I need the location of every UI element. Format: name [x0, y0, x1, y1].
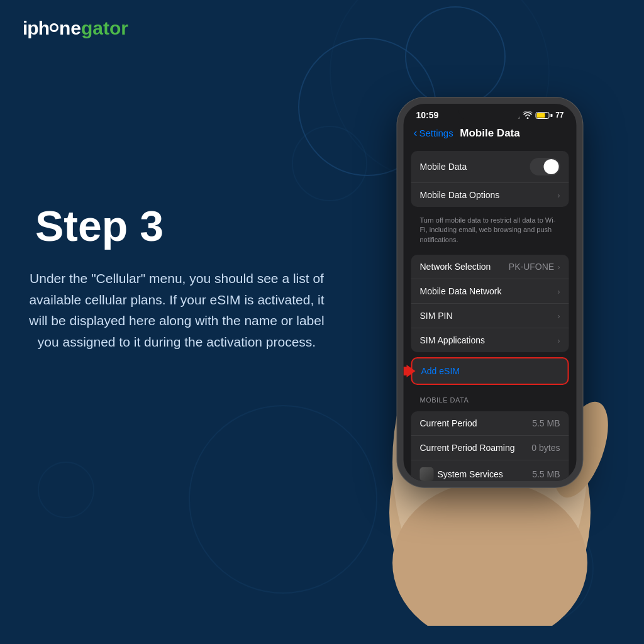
arrow-indicator	[404, 367, 408, 375]
mobile-data-info: Turn off mobile data to restrict all dat…	[411, 212, 569, 250]
mobile-data-section-header: MOBILE DATA	[411, 390, 569, 406]
data-options-label: Mobile Data Options	[420, 190, 500, 200]
logo-text-gator: gator	[81, 18, 128, 39]
settings-row-data-options[interactable]: Mobile Data Options ›	[411, 183, 569, 207]
settings-row-system-services: System Services 5.5 MB	[411, 460, 569, 481]
current-roaming-value: 0 bytes	[531, 443, 560, 453]
status-time: 10:59	[416, 110, 439, 120]
toggle-knob	[544, 159, 559, 174]
nav-title: Mobile Data	[460, 127, 519, 140]
settings-group-network: Network Selection PK-UFONE › Mobile Data…	[411, 255, 569, 352]
logo-text-ne: ne	[59, 18, 81, 39]
left-content-area: Step 3 Under the "Cellular" menu, you sh…	[23, 201, 331, 352]
settings-row-current-period: Current Period 5.5 MB	[411, 411, 569, 436]
mobile-data-toggle[interactable]	[530, 158, 560, 175]
network-selection-label: Network Selection	[420, 262, 491, 272]
sim-applications-label: SIM Applications	[420, 335, 486, 345]
nav-back-label: Settings	[419, 128, 453, 138]
logo-text-iph: iph	[23, 18, 49, 39]
settings-row-current-roaming: Current Period Roaming 0 bytes	[411, 436, 569, 460]
battery-percent: 77	[555, 111, 564, 119]
current-period-value: 5.5 MB	[532, 418, 560, 428]
chevron-icon-network: ›	[557, 262, 560, 272]
settings-row-sim-pin[interactable]: SIM PIN ›	[411, 304, 569, 328]
settings-group-main: Mobile Data Mobile Data Options ›	[411, 151, 569, 207]
phone-mockup: 10:59	[355, 97, 625, 613]
chevron-icon-sim-pin: ›	[557, 311, 560, 321]
settings-row-network-selection[interactable]: Network Selection PK-UFONE ›	[411, 255, 569, 279]
current-roaming-label: Current Period Roaming	[420, 443, 515, 453]
system-services-label: System Services	[420, 467, 503, 481]
settings-row-mobile-data[interactable]: Mobile Data	[411, 151, 569, 183]
system-services-value: 5.5 MB	[532, 469, 560, 479]
battery-icon	[535, 112, 552, 119]
add-esim-label: Add eSIM	[421, 366, 460, 376]
step-description: Under the "Cellular" menu, you should se…	[23, 268, 331, 352]
esim-container: Add eSIM	[411, 357, 569, 385]
current-period-label: Current Period	[420, 418, 477, 428]
chevron-icon-sim-apps: ›	[557, 336, 560, 345]
wifi-icon	[523, 111, 532, 119]
logo-circle-icon	[50, 23, 58, 32]
add-esim-row[interactable]: Add eSIM	[411, 357, 569, 385]
settings-row-mobile-data-network[interactable]: Mobile Data Network ›	[411, 279, 569, 304]
nav-back-button[interactable]: ‹ Settings	[414, 126, 453, 140]
phone-frame: 10:59	[397, 97, 583, 487]
mobile-data-label: Mobile Data	[420, 162, 467, 172]
network-selection-value: PK-UFONE	[509, 262, 554, 272]
phone-notch	[458, 104, 521, 121]
settings-group-data-usage: Current Period 5.5 MB Current Period Roa…	[411, 411, 569, 481]
sim-pin-label: SIM PIN	[420, 311, 453, 321]
nav-bar: ‹ Settings Mobile Data	[404, 124, 577, 146]
back-arrow-icon: ‹	[414, 126, 418, 140]
brand-logo: iph ne gator	[23, 18, 128, 39]
mobile-data-network-label: Mobile Data Network	[420, 286, 502, 296]
chevron-icon-mdn: ›	[557, 287, 560, 296]
chevron-icon: ›	[557, 191, 560, 200]
step-title: Step 3	[23, 201, 331, 250]
settings-row-sim-applications[interactable]: SIM Applications ›	[411, 328, 569, 352]
